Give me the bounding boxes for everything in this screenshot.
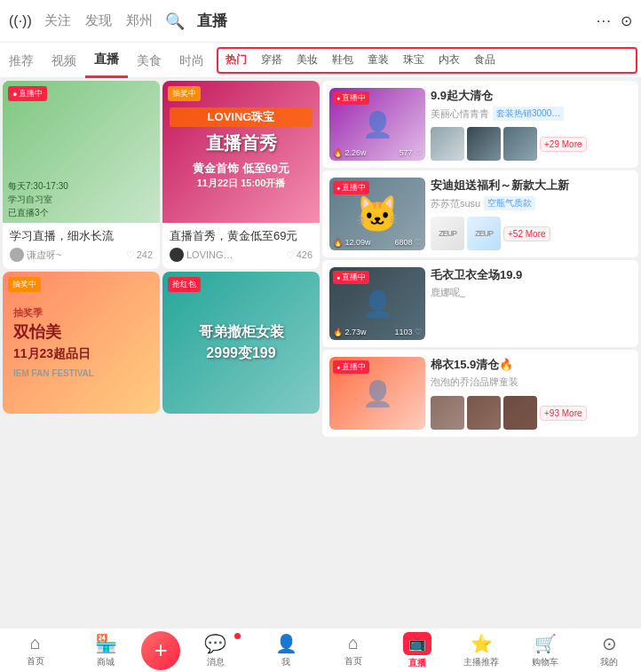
subnav-item-fashion[interactable]: 时尚 — [170, 43, 213, 78]
author-name-1: 谦虚呀~ — [27, 249, 61, 262]
target-icon[interactable]: ⊙ — [621, 12, 632, 29]
home-icon-right: ⌂ — [348, 633, 359, 653]
right-card-3[interactable]: 👤 ●直播中 🔥 2.73w 1103 ♡ 毛衣卫衣全场19.9 鹿娜呢_ — [322, 260, 638, 347]
bnav-shop-left[interactable]: 🏪 商城 — [71, 633, 142, 668]
viewer-count-r1: 🔥 2.26w — [333, 148, 367, 157]
grab-badge-4: 抢红包 — [168, 277, 201, 292]
like-count-r3: 1103 ♡ — [394, 328, 422, 336]
hot-item-kids[interactable]: 童装 — [360, 52, 396, 67]
search-icon[interactable]: 🔍 — [165, 12, 185, 31]
messages-icon-left: 💬 — [204, 633, 226, 654]
my-label-right: 我的 — [600, 656, 618, 668]
right-card-1[interactable]: 👤 ●直播中 🔥 2.26w 577 ♡ 9.9起大清仓 美丽心情青青 套装热销… — [322, 81, 638, 168]
card-title-2: 直播首秀，黄金低至69元 — [170, 228, 313, 244]
bnav-cart-right[interactable]: 🛒 购物车 — [513, 633, 577, 668]
left-column: 每天7:30-17:30 学习自习室 已直播3个 ●直播中 学习直播，细水长流 — [3, 81, 320, 625]
subnav-item-video[interactable]: 视频 — [43, 43, 85, 78]
left-card-4[interactable]: 哥弟撤柜女装 2999变199 抢红包 — [162, 272, 320, 414]
live-icon-right: 📺 — [408, 635, 426, 652]
profile-icon-left: 👤 — [275, 633, 297, 654]
viewer-count-r3: 🔥 2.73w — [333, 328, 367, 336]
raffle-badge-3: 抽奖中 — [8, 277, 41, 292]
bnav-home-left[interactable]: ⌂ 首页 — [0, 633, 71, 668]
more-badge-r2: +52 More — [503, 226, 550, 241]
home-label-left: 首页 — [27, 655, 44, 668]
hot-item-jewelry[interactable]: 珠宝 — [396, 52, 431, 67]
home-label-right: 首页 — [344, 655, 362, 668]
live-badge-1: ●直播中 — [8, 86, 47, 101]
hot-tags-bar: 热门 穿搭 美妆 鞋包 童装 珠宝 内衣 食品 — [217, 47, 637, 74]
like-count-2: 426 — [297, 249, 313, 260]
bnav-live-right[interactable]: 📺 直播 — [385, 632, 449, 669]
author-avatar-2 — [170, 248, 184, 262]
bnav-home-right[interactable]: ⌂ 首页 — [321, 633, 385, 668]
raffle-badge-2: 抽奖中 — [168, 86, 201, 101]
bnav-anchor-right[interactable]: ⭐ 主播推荐 — [449, 633, 513, 668]
author-avatar-1 — [10, 248, 24, 262]
more-icon[interactable]: ··· — [597, 12, 612, 30]
cart-label-right: 购物车 — [532, 656, 558, 668]
live-badge-r4: ●直播中 — [333, 360, 369, 374]
more-badge-r4: +93 More — [540, 406, 587, 421]
right-card-2[interactable]: 🐱 ●直播中 🔥 12.09w 6808 ♡ 安迪姐送福利～新款大上新 苏苏范s… — [322, 170, 638, 257]
bnav-my-right[interactable]: ⊙ 我的 — [577, 633, 641, 668]
right-card-author-1: 美丽心情青青 — [431, 107, 489, 121]
right-card-author-4: 泡泡的乔治品牌童装 — [431, 376, 518, 389]
tag-badge-1: 套装热销3000… — [493, 107, 564, 121]
shop-label-left: 商城 — [97, 656, 115, 668]
profile-label-left: 我 — [281, 656, 290, 668]
home-icon-left: ⌂ — [30, 633, 41, 653]
hot-item-makeup[interactable]: 美妆 — [289, 52, 325, 67]
card-title-1: 学习直播，细水长流 — [10, 228, 153, 244]
page-title: 直播 — [197, 11, 227, 31]
bnav-profile-left[interactable]: 👤 我 — [251, 633, 322, 668]
hot-item-shoes[interactable]: 鞋包 — [325, 52, 360, 67]
author-name-2: LOVING… — [186, 249, 233, 260]
anchor-icon-right: ⭐ — [471, 633, 493, 654]
tag-badge-2: 空瓶气质款 — [484, 196, 535, 210]
hot-item-clothes[interactable]: 穿搭 — [254, 52, 289, 67]
right-card-title-3: 毛衣卫衣全场19.9 — [431, 267, 631, 283]
live-badge-r1: ●直播中 — [333, 91, 369, 105]
right-card-title-2: 安迪姐送福利～新款大上新 — [431, 178, 631, 194]
live-badge-r3: ●直播中 — [333, 271, 369, 284]
hot-item-underwear[interactable]: 内衣 — [431, 52, 467, 67]
like-count-r1: 577 ♡ — [399, 148, 422, 157]
right-card-4[interactable]: 👤 ●直播中 棉衣15.9清仓🔥 泡泡的乔治品牌童装 — [322, 350, 638, 437]
radio-icon: ((·)) — [9, 13, 32, 29]
viewer-count-r2: 🔥 12.09w — [333, 238, 371, 247]
subnav-item-recommend[interactable]: 推荐 — [0, 43, 43, 78]
right-card-title-1: 9.9起大清仓 — [431, 88, 631, 104]
shop-icon-left: 🏪 — [95, 633, 117, 654]
nav-item-follow[interactable]: 关注 — [44, 12, 71, 29]
live-badge-r2: ●直播中 — [333, 181, 369, 194]
like-count-1: 242 — [137, 249, 153, 260]
hot-item-hot[interactable]: 热门 — [218, 52, 254, 67]
anchor-label-right: 主播推荐 — [463, 656, 499, 668]
subnav-item-food[interactable]: 美食 — [128, 43, 170, 78]
right-column: 👤 ●直播中 🔥 2.26w 577 ♡ 9.9起大清仓 美丽心情青青 套装热销… — [322, 81, 638, 625]
right-card-author-2: 苏苏范susu — [431, 197, 480, 210]
right-card-author-3: 鹿娜呢_ — [431, 286, 465, 299]
my-icon-right: ⊙ — [602, 633, 617, 654]
heart-icon-1: ♡ — [126, 249, 135, 261]
subnav-item-live[interactable]: 直播 — [85, 43, 128, 78]
bnav-messages-left[interactable]: 💬 消息 — [180, 633, 251, 668]
live-label-right: 直播 — [408, 657, 426, 669]
bnav-plus-left[interactable]: + — [141, 631, 180, 670]
right-card-title-4: 棉衣15.9清仓🔥 — [431, 357, 631, 373]
cart-icon-right: 🛒 — [534, 633, 557, 654]
messages-label-left: 消息 — [207, 656, 225, 668]
hot-item-food[interactable]: 食品 — [467, 52, 503, 67]
more-badge-r1: +29 More — [540, 137, 587, 152]
notification-dot — [234, 633, 241, 639]
left-card-2[interactable]: LOVING珠宝 直播首秀 黄金首饰 低至69元 11月22日 15:00开播 … — [162, 81, 320, 269]
left-card-3[interactable]: 抽奖季 双怡美 11月23超品日 IEM FAN FESTIVAL 抽奖中 — [3, 272, 160, 414]
heart-icon-2: ♡ — [286, 249, 295, 261]
left-card-1[interactable]: 每天7:30-17:30 学习自习室 已直播3个 ●直播中 学习直播，细水长流 — [3, 81, 160, 269]
nav-item-city[interactable]: 郑州 — [126, 12, 153, 29]
nav-item-discover[interactable]: 发现 — [85, 12, 112, 29]
like-count-r2: 6808 ♡ — [394, 238, 422, 247]
